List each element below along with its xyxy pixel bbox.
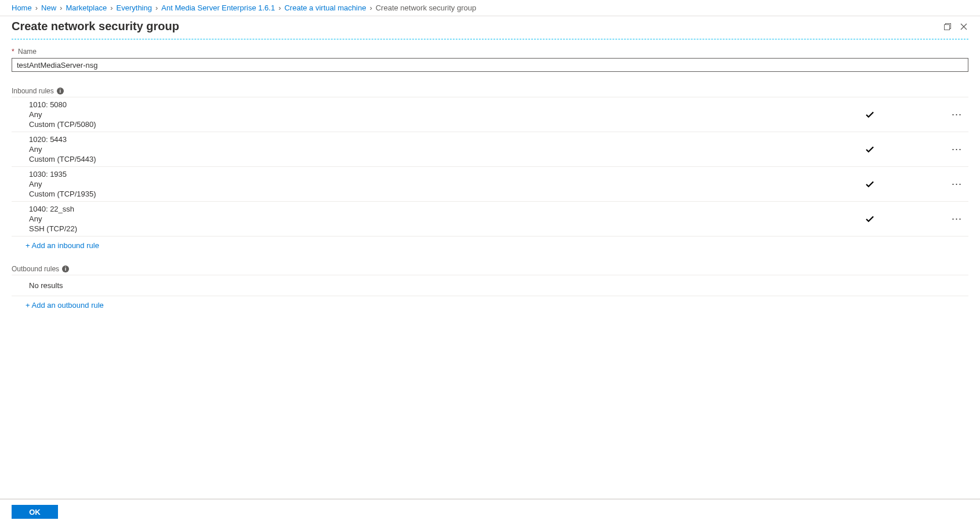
inbound-rule-row[interactable]: 1020: 5443 Any Custom (TCP/5443) ···: [12, 132, 968, 167]
ok-button[interactable]: OK: [12, 505, 58, 519]
rule-priority-name: 1020: 5443: [29, 134, 794, 144]
rule-protocol: SSH (TCP/22): [29, 224, 794, 234]
rule-priority-name: 1010: 5080: [29, 100, 794, 110]
inbound-rule-row[interactable]: 1010: 5080 Any Custom (TCP/5080) ···: [12, 97, 968, 132]
rule-protocol: Custom (TCP/5080): [29, 119, 794, 129]
info-icon[interactable]: i: [57, 88, 64, 94]
allow-check-icon: [794, 214, 945, 224]
page-title: Create network security group: [12, 20, 179, 33]
inbound-rule-row[interactable]: 1030: 1935 Any Custom (TCP/1935) ···: [12, 167, 968, 202]
chevron-right-icon: ›: [278, 3, 281, 12]
restore-window-icon[interactable]: [943, 22, 952, 31]
info-icon[interactable]: i: [62, 265, 69, 272]
breadcrumb-everything[interactable]: Everything: [117, 3, 152, 12]
chevron-right-icon: ›: [60, 3, 62, 12]
outbound-rules-heading: Outbound rules i: [12, 265, 968, 273]
rule-more-icon[interactable]: ···: [945, 143, 968, 155]
rule-source: Any: [29, 110, 794, 119]
svg-rect-1: [945, 24, 950, 30]
dashed-divider: [12, 39, 968, 39]
rule-priority-name: 1040: 22_ssh: [29, 204, 794, 214]
breadcrumb-new[interactable]: New: [41, 3, 56, 12]
name-label: * Name: [12, 48, 968, 56]
required-asterisk: *: [12, 48, 14, 56]
chevron-right-icon: ›: [369, 3, 372, 12]
rule-source: Any: [29, 214, 794, 224]
breadcrumb-create-vm[interactable]: Create a virtual machine: [284, 3, 366, 12]
breadcrumb-product[interactable]: Ant Media Server Enterprise 1.6.1: [161, 3, 275, 12]
allow-check-icon: [794, 110, 945, 120]
rule-more-icon[interactable]: ···: [945, 108, 968, 121]
rule-source: Any: [29, 144, 794, 154]
inbound-rules-label: Inbound rules: [12, 87, 54, 95]
breadcrumb-current: Create network security group: [376, 3, 476, 12]
add-inbound-rule-link[interactable]: + Add an inbound rule: [12, 236, 99, 250]
outbound-no-results: No results: [12, 275, 968, 296]
inbound-rules-list: 1010: 5080 Any Custom (TCP/5080) ··· 102…: [12, 97, 968, 236]
allow-check-icon: [794, 179, 945, 190]
rule-protocol: Custom (TCP/1935): [29, 189, 794, 199]
rule-priority-name: 1030: 1935: [29, 169, 794, 179]
chevron-right-icon: ›: [155, 3, 158, 12]
breadcrumb-home[interactable]: Home: [12, 3, 32, 12]
footer-bar: OK: [0, 498, 980, 524]
chevron-right-icon: ›: [35, 3, 38, 12]
inbound-rule-row[interactable]: 1040: 22_ssh Any SSH (TCP/22) ···: [12, 202, 968, 236]
outbound-rules-label: Outbound rules: [12, 265, 59, 273]
breadcrumb: Home › New › Marketplace › Everything › …: [0, 0, 980, 16]
allow-check-icon: [794, 144, 945, 155]
name-label-text: Name: [18, 48, 37, 56]
rule-more-icon[interactable]: ···: [945, 213, 968, 225]
chevron-right-icon: ›: [110, 3, 112, 12]
rule-protocol: Custom (TCP/5443): [29, 154, 794, 164]
rule-more-icon[interactable]: ···: [945, 178, 968, 190]
name-input[interactable]: [12, 58, 968, 72]
rule-source: Any: [29, 179, 794, 189]
breadcrumb-marketplace[interactable]: Marketplace: [66, 3, 107, 12]
inbound-rules-heading: Inbound rules i: [12, 87, 968, 95]
close-icon[interactable]: [959, 22, 968, 31]
page-header: Create network security group: [0, 16, 980, 34]
add-outbound-rule-link[interactable]: + Add an outbound rule: [12, 296, 104, 310]
